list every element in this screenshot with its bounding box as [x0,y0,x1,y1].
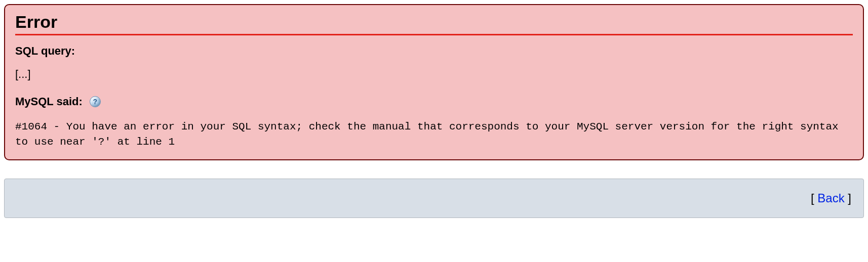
back-link[interactable]: Back [817,191,844,205]
mysql-said-row: MySQL said: [15,95,853,108]
error-panel: Error SQL query: [...] MySQL said: #1064… [4,4,864,160]
sql-query-text: [...] [15,68,853,81]
bracket-open: [ [811,191,817,205]
mysql-error-message: #1064 - You have an error in your SQL sy… [15,119,853,150]
error-title: Error [15,12,853,35]
footer-panel: [ Back ] [4,179,864,218]
bracket-close: ] [845,191,851,205]
help-icon[interactable] [90,96,101,107]
sql-query-label: SQL query: [15,45,853,58]
mysql-said-label: MySQL said: [15,95,83,108]
